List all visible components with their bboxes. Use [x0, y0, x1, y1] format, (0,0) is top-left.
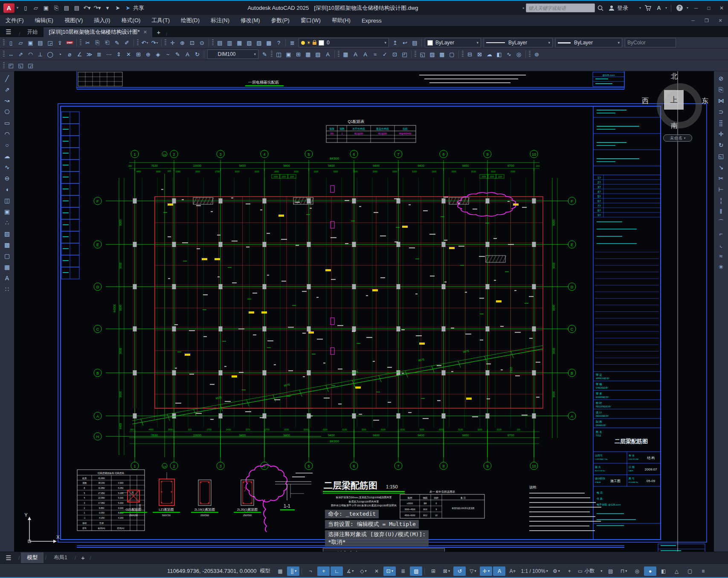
create-block-icon[interactable]: ▣ [284, 50, 293, 58]
export-dwf-icon[interactable]: DWF [65, 38, 74, 47]
gizmo-toggle[interactable]: ✛▾ [480, 566, 492, 576]
divide-tool-icon[interactable]: ⊠ [475, 50, 484, 58]
wipeout-tool-icon[interactable]: ◧ [495, 50, 504, 58]
center-mark-icon[interactable]: ⊕ [144, 50, 153, 58]
region-icon[interactable]: ▢ [2, 251, 12, 261]
units-control[interactable]: ▭小数▾ [577, 566, 603, 576]
erase-icon[interactable]: ⊘ [716, 73, 726, 84]
multiline-text-icon[interactable]: A [2, 273, 12, 283]
autoscale-toggle[interactable]: A+ [506, 566, 519, 576]
lock-ui-toggle[interactable]: ⊓▾ [618, 566, 630, 576]
search-input[interactable] [526, 3, 595, 12]
chamfer-icon[interactable]: ⌐ [716, 229, 726, 239]
rotate-icon[interactable]: ↻ [716, 140, 726, 150]
lineweight-display-toggle[interactable]: ≣ [397, 566, 409, 576]
search-expand-icon[interactable]: ▸ [523, 6, 525, 10]
menu-item-13[interactable]: Express [356, 15, 387, 26]
dimstyle-dropdown[interactable]: DIM100▾ [207, 49, 258, 59]
tolerance-icon[interactable]: ⊞ [134, 50, 143, 58]
doc-close-button[interactable]: ✕ [714, 16, 726, 25]
layer-dropdown[interactable]: ☀0▾ [299, 38, 389, 47]
redo-caret-icon[interactable]: ▾ [156, 41, 158, 45]
markup-set-manager-icon[interactable]: ▨ [255, 38, 264, 47]
layer-states-icon[interactable]: ▤ [410, 38, 419, 47]
isometric-drafting-caret-icon[interactable]: ▾ [365, 569, 367, 573]
layer-dropdown-caret-icon[interactable]: ▾ [382, 41, 386, 45]
quick-properties-toggle[interactable]: ▤ [604, 566, 617, 576]
menu-item-11[interactable]: 窗口(W) [295, 15, 326, 26]
new-tab-button[interactable]: + [153, 27, 164, 37]
line-icon[interactable]: ╱ [2, 73, 12, 84]
publish-icon[interactable]: ⇪ [55, 38, 64, 47]
app-store-cart-icon[interactable] [644, 5, 652, 12]
spline-icon[interactable]: ∿ [2, 162, 12, 172]
tab-close-icon[interactable]: ✕ [143, 29, 147, 35]
redo-icon[interactable]: ↷▾ [93, 4, 102, 12]
trim-icon[interactable]: ✂ [716, 173, 726, 183]
dim-edit-icon[interactable]: ✎ [173, 50, 182, 58]
lineweight-dropdown[interactable]: ByLayer▾ [555, 38, 622, 47]
infer-constraints-toggle[interactable]: ¬ [304, 566, 316, 576]
layer-on-icon[interactable] [301, 41, 305, 45]
object-snap-tracking-toggle[interactable]: ✕ [370, 566, 383, 576]
point-style-icon[interactable]: ∷ [2, 284, 12, 294]
linetype-dropdown[interactable]: ByLayer▾ [484, 38, 553, 47]
layer-lock-icon[interactable] [313, 42, 316, 45]
tab-start[interactable]: 开始 [22, 27, 43, 37]
extend-icon[interactable]: ⊢ [716, 184, 726, 195]
mtext-icon[interactable]: A [351, 50, 360, 58]
dim-inspect-icon[interactable]: ◈ [154, 50, 162, 58]
field-icon[interactable]: A [323, 50, 332, 58]
share-icon[interactable]: ➤ [123, 4, 133, 12]
boundary-icon[interactable]: ◱ [418, 50, 427, 58]
scale-icon[interactable]: ◱ [716, 151, 726, 161]
properties-palette-icon[interactable]: ▤ [215, 38, 224, 47]
redo-icon[interactable]: ↷▾ [150, 38, 159, 47]
annotation-visibility-toggle[interactable]: A [493, 566, 505, 576]
zoom-realtime-icon[interactable]: ⊕ [178, 38, 187, 47]
stretch-icon[interactable]: ↘ [716, 162, 726, 172]
ellipse-icon[interactable]: ⊖ [2, 173, 12, 183]
window-minimize-button[interactable]: ─ [690, 3, 702, 13]
customization-toggle[interactable]: ≡ [697, 566, 709, 576]
dim-diameter-icon[interactable]: ⌀ [65, 50, 74, 58]
open-file-icon[interactable]: ▱ [16, 38, 25, 47]
selection-filtering-toggle[interactable]: ▽▾ [467, 566, 479, 576]
tab-document[interactable]: [深圳]10层框架物流仓储楼结构设计图* ✕ [44, 27, 152, 37]
tab-model[interactable]: 模型 [21, 552, 44, 563]
copy-icon[interactable]: ⎘ [93, 38, 102, 47]
insert-block-icon[interactable]: ◫ [274, 50, 283, 58]
find-replace-icon[interactable]: ⊡ [390, 50, 399, 58]
make-block-icon[interactable]: ▣ [2, 206, 12, 217]
polar-tracking-toggle[interactable]: ∡▾ [344, 566, 356, 576]
viewcube-west-label[interactable]: 西 [642, 97, 649, 106]
undo-caret-icon[interactable]: ▾ [88, 5, 91, 11]
dynamic-ucs-toggle[interactable]: ↺ [453, 566, 466, 576]
mirror-icon[interactable]: ⋈ [716, 96, 726, 106]
dim-style-manager-icon[interactable]: ✎ [260, 50, 269, 58]
color-dropdown[interactable]: ByLayer▾ [425, 38, 481, 47]
undo-icon[interactable]: ↶▾ [82, 4, 92, 12]
isolate-objects-toggle[interactable]: ◎ [631, 566, 643, 576]
viewcube[interactable]: 上 北 南 西 东 未命名▾ [647, 72, 711, 145]
measure-tool-icon[interactable]: ⊟ [465, 50, 474, 58]
scale-text-icon[interactable]: ◰ [400, 50, 409, 58]
insert-block-icon[interactable]: ◫ [2, 195, 12, 206]
plot-icon[interactable]: ▤ [62, 4, 71, 12]
offset-icon[interactable]: ⊃ [716, 107, 726, 117]
3d-object-snap-caret-icon[interactable]: ▾ [448, 569, 450, 573]
dim-jogged-linear-icon[interactable]: ~ [163, 50, 172, 58]
annotation-monitor-toggle[interactable]: + [563, 566, 576, 576]
text-style-icon[interactable]: ≈ [371, 50, 380, 58]
help-icon[interactable]: ? [274, 38, 283, 47]
hatch-icon[interactable]: ▨ [2, 229, 12, 239]
dim-jogged-icon[interactable]: ◔ [55, 50, 64, 58]
menu-item-2[interactable]: 编辑(E) [29, 15, 59, 26]
menu-item-9[interactable]: 修改(M) [235, 15, 266, 26]
linetype-dropdown-caret-icon[interactable]: ▾ [545, 41, 550, 45]
match-properties-icon[interactable]: ✎ [113, 38, 122, 47]
object-snap-caret-icon[interactable]: ▾ [392, 569, 393, 573]
zoom-previous-icon[interactable]: ⊙ [197, 38, 206, 47]
break-at-point-icon[interactable]: ¦ [716, 195, 726, 206]
make-object-layer-current-icon[interactable]: ↥ [391, 38, 400, 47]
